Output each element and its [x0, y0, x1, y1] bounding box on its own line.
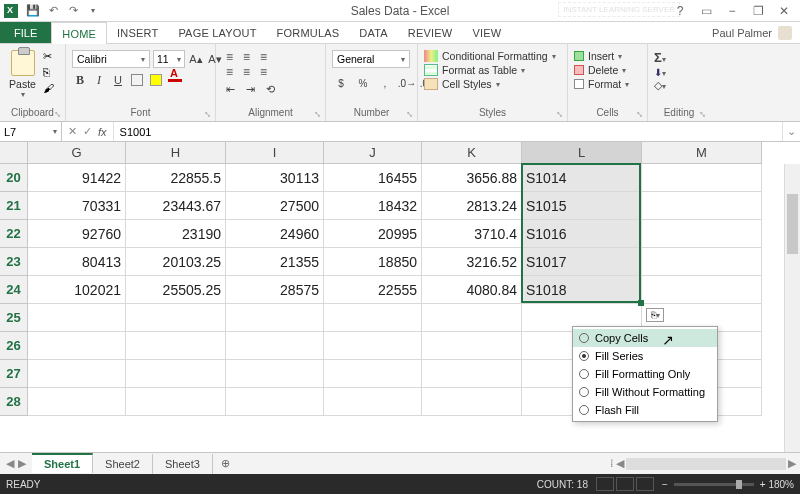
cell-H26[interactable] — [126, 332, 226, 360]
cell-H27[interactable] — [126, 360, 226, 388]
name-box[interactable]: L7▾ — [0, 122, 62, 141]
minimize-icon[interactable]: − — [720, 2, 744, 20]
cell-H28[interactable] — [126, 388, 226, 416]
cell-J25[interactable] — [324, 304, 422, 332]
tab-home[interactable]: HOME — [51, 22, 107, 44]
font-color-button[interactable] — [167, 72, 183, 88]
row-header-27[interactable]: 27 — [0, 360, 28, 388]
horizontal-scrollbar[interactable]: ⁞◀▶ — [610, 457, 800, 470]
orientation-icon[interactable]: ⟲ — [262, 81, 278, 97]
cell-L22[interactable]: S1016 — [522, 220, 642, 248]
cell-I22[interactable]: 24960 — [226, 220, 324, 248]
cell-G25[interactable] — [28, 304, 126, 332]
cell-I23[interactable]: 21355 — [226, 248, 324, 276]
cell-J20[interactable]: 16455 — [324, 164, 422, 192]
cell-I24[interactable]: 28575 — [226, 276, 324, 304]
cell-G26[interactable] — [28, 332, 126, 360]
clear-button[interactable]: ◇▾ — [654, 79, 666, 91]
number-format-select[interactable]: General▾ — [332, 50, 410, 68]
cell-I21[interactable]: 27500 — [226, 192, 324, 220]
paste-button[interactable]: Paste ▾ — [6, 46, 39, 99]
maximize-icon[interactable]: ❐ — [746, 2, 770, 20]
cell-J23[interactable]: 18850 — [324, 248, 422, 276]
align-top-icon[interactable] — [222, 50, 237, 63]
tab-insert[interactable]: INSERT — [107, 22, 168, 43]
autofill-menu-item-4[interactable]: Flash Fill — [573, 401, 717, 419]
bold-button[interactable]: B — [72, 72, 88, 88]
autofill-options-button[interactable]: ⎘▾ — [646, 308, 664, 322]
cell-L21[interactable]: S1015 — [522, 192, 642, 220]
decrease-indent-icon[interactable]: ⇤ — [222, 81, 238, 97]
underline-button[interactable]: U — [110, 72, 126, 88]
comma-format-icon[interactable]: , — [376, 75, 394, 91]
column-header-H[interactable]: H — [126, 142, 226, 164]
cell-G20[interactable]: 91422 — [28, 164, 126, 192]
autofill-menu-item-1[interactable]: Fill Series — [573, 347, 717, 365]
autosum-button[interactable]: Σ▾ — [654, 50, 666, 65]
column-header-K[interactable]: K — [422, 142, 522, 164]
cell-L20[interactable]: S1014 — [522, 164, 642, 192]
add-sheet-button[interactable]: ⊕ — [213, 457, 238, 470]
redo-icon[interactable]: ↷ — [66, 4, 80, 18]
insert-cells-button[interactable]: Insert▾ — [574, 50, 629, 62]
increase-decimal-icon[interactable]: .0→ — [398, 75, 416, 91]
cell-K24[interactable]: 4080.84 — [422, 276, 522, 304]
close-icon[interactable]: ✕ — [772, 2, 796, 20]
qat-customize-icon[interactable]: ▾ — [86, 4, 100, 18]
cell-I27[interactable] — [226, 360, 324, 388]
row-header-24[interactable]: 24 — [0, 276, 28, 304]
cut-icon[interactable]: ✂ — [43, 50, 59, 64]
cell-I20[interactable]: 30113 — [226, 164, 324, 192]
sheet-next-icon[interactable]: ▶ — [18, 457, 26, 470]
autofill-menu-item-2[interactable]: Fill Formatting Only — [573, 365, 717, 383]
fill-handle[interactable] — [638, 300, 644, 306]
cell-J24[interactable]: 22555 — [324, 276, 422, 304]
grow-font-icon[interactable]: A▴ — [188, 51, 204, 67]
delete-cells-button[interactable]: Delete▾ — [574, 64, 629, 76]
save-icon[interactable]: 💾 — [26, 4, 40, 18]
align-left-icon[interactable] — [222, 65, 237, 78]
cells-area[interactable]: 9142222855.530113164553656.88S1014703312… — [28, 164, 762, 416]
cell-K25[interactable] — [422, 304, 522, 332]
row-header-21[interactable]: 21 — [0, 192, 28, 220]
formula-input[interactable]: S1001 — [114, 122, 782, 141]
row-header-23[interactable]: 23 — [0, 248, 28, 276]
format-cells-button[interactable]: Format▾ — [574, 78, 629, 90]
normal-view-icon[interactable] — [596, 477, 614, 491]
ribbon-display-icon[interactable]: ▭ — [694, 2, 718, 20]
column-header-L[interactable]: L — [522, 142, 642, 164]
user-name[interactable]: Paul Palmer — [712, 27, 772, 39]
row-header-28[interactable]: 28 — [0, 388, 28, 416]
tab-data[interactable]: DATA — [349, 22, 398, 43]
cell-K26[interactable] — [422, 332, 522, 360]
cell-H24[interactable]: 25505.25 — [126, 276, 226, 304]
cell-L23[interactable]: S1017 — [522, 248, 642, 276]
cell-K20[interactable]: 3656.88 — [422, 164, 522, 192]
align-center-icon[interactable] — [239, 65, 254, 78]
autofill-menu-item-3[interactable]: Fill Without Formatting — [573, 383, 717, 401]
cell-L24[interactable]: S1018 — [522, 276, 642, 304]
cell-J21[interactable]: 18432 — [324, 192, 422, 220]
copy-icon[interactable]: ⎘ — [43, 66, 59, 80]
cell-J22[interactable]: 20995 — [324, 220, 422, 248]
format-painter-icon[interactable]: 🖌 — [43, 82, 59, 96]
tab-review[interactable]: REVIEW — [398, 22, 463, 43]
select-all-corner[interactable] — [0, 142, 28, 164]
italic-button[interactable]: I — [91, 72, 107, 88]
cell-K27[interactable] — [422, 360, 522, 388]
user-avatar-icon[interactable] — [778, 26, 792, 40]
format-as-table-button[interactable]: Format as Table▾ — [424, 64, 556, 76]
font-size-select[interactable]: 11▾ — [153, 50, 185, 68]
sheet-tab-sheet1[interactable]: Sheet1 — [32, 453, 93, 473]
cell-J27[interactable] — [324, 360, 422, 388]
font-name-select[interactable]: Calibri▾ — [72, 50, 150, 68]
cell-J28[interactable] — [324, 388, 422, 416]
expand-formula-bar-icon[interactable]: ⌄ — [782, 122, 800, 141]
border-button[interactable] — [129, 72, 145, 88]
cell-H20[interactable]: 22855.5 — [126, 164, 226, 192]
cell-I26[interactable] — [226, 332, 324, 360]
cell-K28[interactable] — [422, 388, 522, 416]
cell-G28[interactable] — [28, 388, 126, 416]
cell-I25[interactable] — [226, 304, 324, 332]
column-header-M[interactable]: M — [642, 142, 762, 164]
